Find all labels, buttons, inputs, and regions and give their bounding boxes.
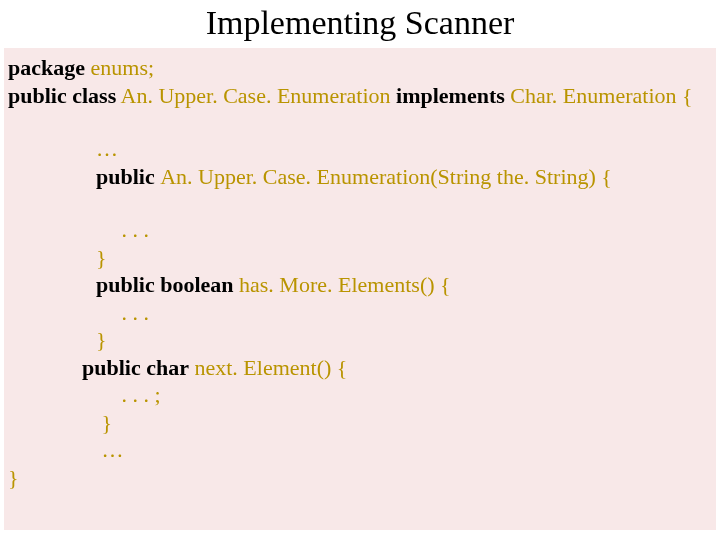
keyword-package: package <box>8 55 85 80</box>
code-line: . . . <box>8 299 712 327</box>
code-text: next. Element() { <box>189 355 347 380</box>
code-text: Char. Enumeration { <box>505 83 693 108</box>
code-text: } <box>96 327 107 352</box>
code-line: } <box>8 244 712 272</box>
code-line: } <box>8 326 712 354</box>
code-line: public boolean has. More. Elements() { <box>8 271 712 299</box>
code-line: public An. Upper. Case. Enumeration(Stri… <box>8 163 712 191</box>
keyword-public-char: public char <box>82 355 189 380</box>
code-text: An. Upper. Case. Enumeration <box>116 83 396 108</box>
slide: Implementing Scanner package enums; publ… <box>0 0 720 540</box>
blank-line <box>8 190 712 216</box>
code-text: An. Upper. Case. Enumeration(String the.… <box>160 164 612 189</box>
blank-line <box>8 109 712 135</box>
code-line: public char next. Element() { <box>8 354 712 382</box>
code-block: package enums; public class An. Upper. C… <box>4 48 716 530</box>
code-line: public class An. Upper. Case. Enumeratio… <box>8 82 712 110</box>
code-line: … <box>8 436 712 464</box>
keyword-implements: implements <box>396 83 505 108</box>
code-line: . . . <box>8 216 712 244</box>
code-text: } <box>96 410 112 435</box>
code-line: package enums; <box>8 54 712 82</box>
code-text: . . . <box>116 300 149 325</box>
code-line: } <box>8 409 712 437</box>
keyword-public-boolean: public boolean <box>96 272 234 297</box>
code-text: . . . <box>116 217 149 242</box>
code-line: } <box>8 464 712 492</box>
keyword-public-class: public class <box>8 83 116 108</box>
code-text: } <box>96 245 107 270</box>
keyword-public: public <box>96 164 160 189</box>
code-text: has. More. Elements() { <box>234 272 451 297</box>
code-text: enums; <box>85 55 154 80</box>
code-text: . . . ; <box>116 382 161 407</box>
slide-title: Implementing Scanner <box>0 0 720 48</box>
code-line: . . . ; <box>8 381 712 409</box>
code-text: } <box>8 465 19 490</box>
code-text: … <box>96 437 124 462</box>
code-line: … <box>8 135 712 163</box>
code-text: … <box>96 136 118 161</box>
